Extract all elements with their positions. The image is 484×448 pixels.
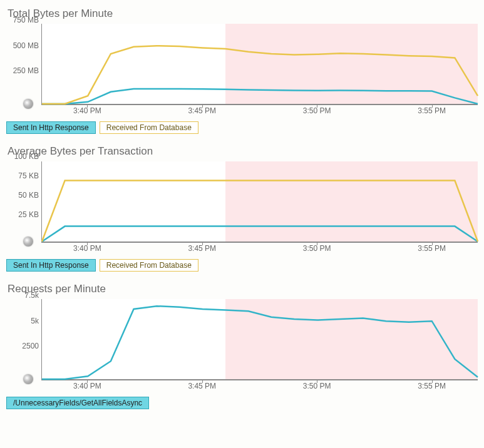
chart-lines (42, 161, 478, 242)
x-tick-label: 3:50 PM (303, 244, 331, 253)
chart-title: Total Bytes per Minute (8, 8, 478, 20)
legend: Sent In Http ResponseReceived From Datab… (6, 259, 478, 272)
y-tick-label: 500 MB (13, 41, 39, 50)
x-axis: 3:40 PM3:45 PM3:50 PM3:55 PM (41, 105, 478, 118)
x-tick-label: 3:40 PM (73, 106, 101, 115)
x-tick-label: 3:45 PM (188, 106, 216, 115)
y-tick-label: 75 KB (18, 171, 39, 180)
x-axis: 3:40 PM3:45 PM3:50 PM3:55 PM (41, 243, 478, 255)
y-axis: 25 KB50 KB75 KB100 KB (6, 161, 41, 243)
chart-lines (42, 299, 478, 379)
y-tick-label: 7.5k (24, 291, 39, 300)
x-tick-label: 3:50 PM (303, 382, 331, 390)
y-tick-label: 2500 (22, 342, 39, 350)
legend-item[interactable]: Sent In Http Response (6, 259, 96, 272)
y-tick-label: 25 KB (18, 210, 39, 219)
series-line[interactable] (42, 46, 478, 104)
plot-wrap: 25005k7.5k3:40 PM3:45 PM3:50 PM3:55 PM (6, 299, 478, 393)
chart-avg-bytes: Average Bytes per Transaction25 KB50 KB7… (6, 145, 478, 272)
x-tick-label: 3:55 PM (418, 244, 446, 253)
x-tick-label: 3:55 PM (418, 382, 446, 390)
legend-item[interactable]: Sent In Http Response (6, 121, 96, 134)
x-tick-label: 3:45 PM (188, 244, 216, 253)
plot-area[interactable] (41, 299, 478, 380)
legend: Sent In Http ResponseReceived From Datab… (6, 121, 478, 134)
series-line[interactable] (42, 306, 478, 379)
plot-wrap: 250 MB500 MB750 MB3:40 PM3:45 PM3:50 PM3… (6, 24, 478, 118)
y-tick-label: 100 KB (14, 152, 39, 161)
y-tick-label: 250 MB (13, 66, 39, 75)
plot-area[interactable] (41, 24, 478, 105)
chart-total-bytes: Total Bytes per Minute250 MB500 MB750 MB… (6, 8, 478, 134)
y-axis: 250 MB500 MB750 MB (6, 24, 41, 105)
series-line[interactable] (42, 227, 478, 242)
plot-wrap: 25 KB50 KB75 KB100 KB3:40 PM3:45 PM3:50 … (6, 161, 478, 255)
loading-indicator-icon (23, 374, 33, 384)
plot-area[interactable] (41, 161, 478, 243)
y-tick-label: 750 MB (13, 16, 39, 24)
y-tick-label: 50 KB (18, 191, 39, 200)
x-tick-label: 3:55 PM (418, 106, 446, 115)
chart-title: Average Bytes per Transaction (8, 145, 478, 158)
chart-lines (42, 24, 478, 104)
y-axis: 25005k7.5k (6, 299, 41, 380)
series-line[interactable] (42, 89, 478, 104)
chart-title: Requests per Minute (8, 283, 478, 295)
loading-indicator-icon (23, 99, 33, 109)
x-tick-label: 3:40 PM (73, 244, 101, 253)
legend-item[interactable]: /UnnecessaryFields/GetAllFieldsAsync (6, 397, 149, 409)
loading-indicator-icon (23, 237, 33, 247)
x-axis: 3:40 PM3:45 PM3:50 PM3:55 PM (41, 380, 478, 393)
series-line[interactable] (42, 180, 478, 242)
legend: /UnnecessaryFields/GetAllFieldsAsync (6, 397, 478, 409)
legend-item[interactable]: Received From Database (100, 259, 198, 272)
x-tick-label: 3:45 PM (188, 382, 216, 390)
x-tick-label: 3:50 PM (303, 106, 331, 115)
chart-requests: Requests per Minute25005k7.5k3:40 PM3:45… (6, 283, 478, 409)
y-tick-label: 5k (31, 317, 39, 325)
legend-item[interactable]: Received From Database (100, 121, 198, 134)
x-tick-label: 3:40 PM (73, 382, 101, 390)
